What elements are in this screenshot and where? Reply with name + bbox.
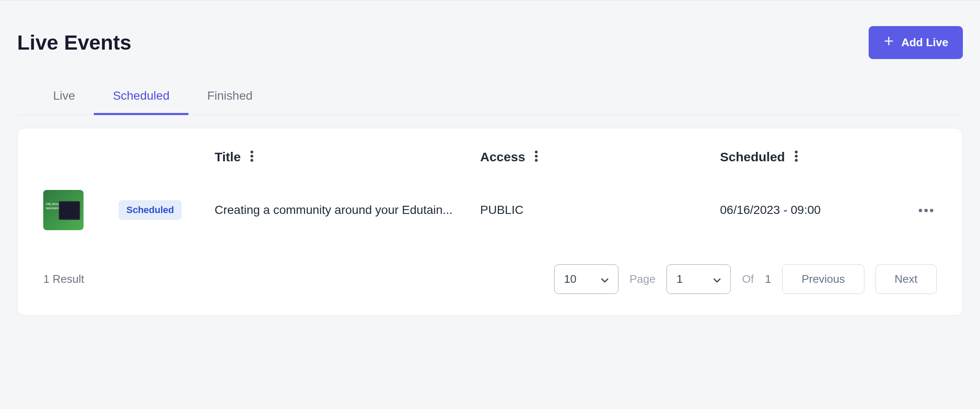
row-scheduled: 06/16/2023 - 09:00 [720,203,900,217]
svg-point-4 [251,159,254,162]
status-badge: Scheduled [119,200,182,220]
svg-point-11 [919,209,922,212]
column-title-header: Title [215,150,241,164]
event-thumbnail: nity aroundtainment [43,190,84,230]
next-button[interactable]: Next [875,264,937,294]
row-actions-button[interactable] [915,204,937,217]
tab-finished[interactable]: Finished [188,80,272,115]
svg-point-9 [795,155,798,158]
table-footer: 1 Result 10 Page 1 Of 1 Previous [18,256,962,315]
tab-live[interactable]: Live [34,80,94,115]
add-live-button[interactable]: Add Live [869,26,963,59]
chevron-down-icon [713,273,721,286]
result-count: 1 Result [43,273,554,286]
page-size-select[interactable]: 10 [554,264,618,294]
page-number-select[interactable]: 1 [666,264,731,294]
row-title: Creating a community around your Edutain… [215,203,480,217]
plus-icon [883,36,894,50]
svg-point-8 [795,151,798,154]
svg-point-12 [924,209,928,212]
svg-point-3 [251,155,254,158]
svg-point-13 [930,209,933,212]
tabs: Live Scheduled Finished [17,80,963,115]
column-access-menu-button[interactable] [535,151,538,163]
svg-point-10 [795,159,798,162]
row-access: PUBLIC [480,203,720,217]
of-label: Of [742,273,753,286]
page-label: Page [630,273,656,286]
column-access-header: Access [480,150,525,164]
add-live-label: Add Live [901,36,948,49]
svg-point-2 [251,151,254,154]
table-header: Title Access Scheduled [18,128,962,177]
chevron-down-icon [601,273,609,286]
svg-point-5 [535,151,538,154]
tab-scheduled[interactable]: Scheduled [94,80,188,115]
svg-point-7 [535,159,538,162]
previous-button[interactable]: Previous [782,264,864,294]
column-scheduled-header: Scheduled [720,150,785,164]
svg-point-6 [535,155,538,158]
total-pages: 1 [765,273,771,286]
table-row[interactable]: nity aroundtainment Scheduled Creating a… [18,177,962,256]
page-number-value: 1 [676,273,682,286]
page-size-value: 10 [564,273,577,286]
column-scheduled-menu-button[interactable] [795,151,798,163]
page-title: Live Events [17,31,131,54]
column-title-menu-button[interactable] [250,151,254,163]
events-card: Title Access Scheduled ni [17,128,963,316]
